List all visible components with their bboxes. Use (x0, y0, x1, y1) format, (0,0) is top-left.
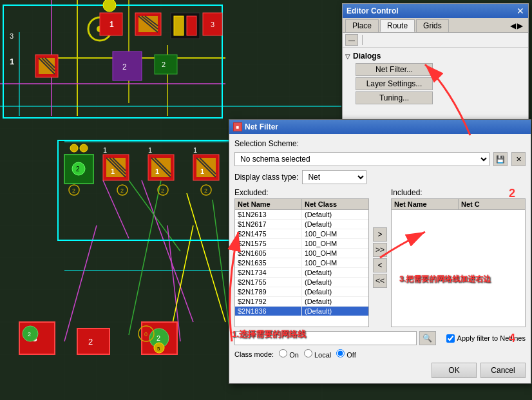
excluded-table-row[interactable]: $1N2613(Default) (235, 210, 368, 220)
dialogs-header[interactable]: ▽ Dialogs (345, 50, 526, 63)
excluded-netname-cell: $2N1734 (235, 268, 302, 277)
included-table[interactable]: Net Name Net C (391, 198, 526, 327)
excluded-netclass-cell: (Default) (302, 297, 368, 306)
excluded-netname-cell: $2N1789 (235, 287, 302, 296)
cancel-button[interactable]: Cancel (480, 363, 526, 378)
excluded-table-row[interactable]: $2N1755(Default) (235, 278, 368, 287)
selection-scheme-row: Selection Scheme: (234, 139, 526, 148)
excluded-netclass-cell: (Default) (302, 268, 368, 277)
save-scheme-button[interactable]: 💾 (493, 152, 508, 166)
included-section: Included: Net Name Net C (391, 188, 526, 327)
scroll-right-icon[interactable]: ▶ (517, 21, 523, 30)
svg-text:5: 5 (157, 346, 160, 352)
included-col-netclass: Net C (459, 199, 525, 209)
search-button[interactable]: 🔍 (419, 331, 436, 345)
close-icon[interactable]: ✕ (517, 6, 524, 15)
tuning-button[interactable]: Tuning... (356, 91, 433, 104)
svg-text:2: 2 (120, 187, 124, 194)
nf-body: Selection Scheme: No schema selected 💾 ✕… (229, 134, 531, 383)
included-table-header: Net Name Net C (392, 199, 525, 210)
excluded-table-row[interactable]: $1N2617(Default) (235, 220, 368, 229)
tab-route[interactable]: Route (380, 19, 415, 32)
svg-text:1: 1 (111, 167, 115, 175)
excluded-netclass-cell: (Default) (302, 220, 368, 229)
ok-button[interactable]: OK (432, 363, 477, 378)
svg-text:1: 1 (109, 20, 114, 29)
svg-text:2: 2 (72, 187, 75, 194)
excluded-table[interactable]: Net Name Net Class $1N2613(Default)$1N26… (234, 198, 369, 327)
excluded-table-row[interactable]: $2N1575100_OHM (235, 239, 368, 249)
excluded-netname-cell: $2N1836 (235, 307, 302, 316)
toolbar-separator (362, 35, 363, 45)
svg-text:3: 3 (10, 32, 14, 40)
excluded-table-row[interactable]: $2N1734(Default) (235, 268, 368, 278)
excluded-netclass-cell: (Default) (302, 287, 368, 296)
dialogs-arrow-icon: ▽ (345, 53, 350, 60)
move-right-one-button[interactable]: > (373, 227, 387, 242)
move-left-one-button[interactable]: < (373, 258, 387, 272)
excluded-netname-cell: $2N1755 (235, 278, 302, 287)
display-class-label: Display class type: (234, 173, 298, 182)
selection-scheme-select[interactable]: No schema selected (234, 152, 489, 166)
excluded-table-row[interactable]: $2N1792(Default) (235, 297, 368, 307)
excluded-table-row[interactable]: $2N1605100_OHM (235, 249, 368, 258)
search-input[interactable] (234, 331, 417, 345)
svg-rect-58 (113, 52, 142, 81)
nf-search-box: 🔍 (234, 331, 436, 345)
toolbar-icon-1[interactable]: — (345, 34, 358, 46)
move-right-all-button[interactable]: >> (373, 243, 387, 257)
nf-title-text: Net Filter (245, 122, 278, 131)
excluded-label: Excluded: (234, 188, 369, 197)
excluded-col-netclass: Net Class (302, 199, 368, 209)
radio-local[interactable] (304, 349, 312, 357)
scroll-left-icon[interactable]: ◀ (510, 21, 516, 30)
svg-text:2: 2 (122, 62, 127, 71)
svg-text:2: 2 (204, 187, 207, 194)
display-class-select[interactable]: Net (302, 170, 366, 184)
nf-titlebar: ■ Net Filter (229, 120, 531, 134)
excluded-table-row[interactable]: $2N1475100_OHM (235, 229, 368, 239)
excluded-netclass-cell: 100_OHM (302, 229, 368, 238)
nf-arrows-col: > >> < << (372, 188, 388, 327)
selection-scheme-input-row: No schema selected 💾 ✕ (234, 152, 526, 166)
radio-on-label: On (279, 349, 299, 359)
svg-point-72 (80, 144, 88, 152)
excluded-rows-container: $1N2613(Default)$1N2617(Default)$2N14751… (235, 210, 368, 316)
dialogs-label: Dialogs (353, 52, 381, 61)
svg-text:1: 1 (193, 146, 197, 154)
excluded-netname-cell: $2N1605 (235, 249, 302, 258)
editor-tabs: Place Route Grids ◀ ▶ (343, 18, 528, 33)
excluded-netclass-cell: 100_OHM (302, 239, 368, 248)
delete-scheme-button[interactable]: ✕ (511, 152, 526, 166)
svg-text:2: 2 (88, 337, 93, 347)
apply-filter-label: Apply filter to Netlines (457, 334, 526, 342)
svg-text:2: 2 (162, 61, 166, 68)
svg-rect-53 (174, 16, 184, 35)
svg-text:1: 1 (10, 57, 14, 66)
apply-filter-checkbox[interactable] (446, 334, 455, 343)
excluded-table-row[interactable]: $2N1836(Default) (235, 307, 368, 316)
svg-point-71 (70, 144, 78, 152)
tab-place[interactable]: Place (345, 19, 379, 32)
editor-control-titlebar: Editor Control ✕ (343, 4, 528, 18)
selection-scheme-label: Selection Scheme: (234, 139, 299, 148)
svg-text:3: 3 (211, 21, 214, 28)
radio-on[interactable] (279, 349, 287, 357)
radio-local-label: Local (304, 349, 331, 359)
svg-point-113 (103, 0, 116, 12)
excluded-netclass-cell: 100_OHM (302, 258, 368, 267)
included-label: Included: (391, 188, 526, 197)
tab-grids[interactable]: Grids (416, 19, 449, 32)
excluded-table-row[interactable]: $2N1789(Default) (235, 287, 368, 297)
nf-bottom-row: 🔍 Apply filter to Netlines (234, 331, 526, 345)
excluded-netname-cell: $2N1635 (235, 258, 302, 267)
radio-off[interactable] (336, 349, 345, 357)
net-filter-button[interactable]: Net Filter... (356, 63, 433, 76)
excluded-netclass-cell: (Default) (302, 307, 368, 316)
layer-settings-button[interactable]: Layer Settings... (356, 77, 433, 90)
move-left-all-button[interactable]: << (373, 274, 387, 288)
excluded-netname-cell: $1N2617 (235, 220, 302, 229)
svg-rect-60 (155, 55, 177, 74)
excluded-table-row[interactable]: $2N1635100_OHM (235, 258, 368, 268)
net-filter-dialog: ■ Net Filter Selection Scheme: No schema… (229, 119, 531, 384)
